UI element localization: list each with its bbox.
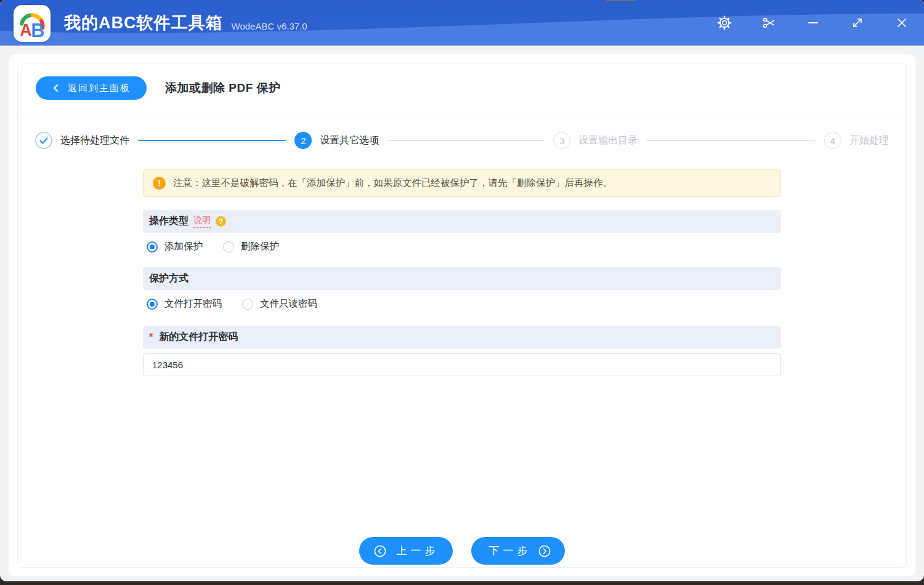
step-1-select-files: 选择待处理文件 [35, 132, 129, 149]
operation-type-options: 添加保护 删除保护 [143, 240, 781, 253]
step-4-start-processing: 4 开始处理 [824, 132, 889, 149]
step-number-badge: 4 [824, 132, 841, 149]
radio-circle-unchecked[interactable] [223, 241, 234, 252]
section-header-protection-method: 保护方式 [143, 267, 781, 290]
form-content: ! 注意：这里不是破解密码，在「添加保护」前，如果原文件已经被保护了，请先「删除… [143, 158, 781, 376]
chevron-left-icon [52, 84, 60, 92]
close-icon[interactable] [894, 15, 909, 30]
warning-alert: ! 注意：这里不是破解密码，在「添加保护」前，如果原文件已经被保护了，请先「删除… [143, 169, 781, 197]
step-done-check-icon [35, 132, 52, 149]
radio-label: 添加保护 [164, 240, 203, 253]
page-title: 添加或删除 PDF 保护 [165, 80, 281, 96]
titlebar: A B 我的ABC软件工具箱 WodeABC v6.37.0 [0, 0, 924, 46]
svg-text:A: A [20, 21, 32, 39]
step-number-badge: 3 [553, 132, 570, 149]
wizard-panel: 返回到主面板 添加或删除 PDF 保护 选择待处理文件 2 设置其它选项 [17, 63, 907, 568]
password-input[interactable] [143, 353, 781, 376]
step-connector-done [138, 140, 286, 141]
app-version: WodeABC v6.37.0 [232, 21, 307, 31]
warning-icon: ! [153, 177, 166, 190]
next-step-button[interactable]: 下一步 [471, 537, 565, 565]
circled-chevron-left-icon [373, 544, 387, 558]
help-link[interactable]: 说明 [193, 215, 211, 228]
protection-method-options: 文件打开密码 文件只读密码 [143, 297, 781, 310]
previous-step-label: 上一步 [393, 544, 439, 558]
window-controls [717, 15, 909, 30]
section-header-new-password: * 新的文件打开密码 [143, 326, 781, 349]
step-2-set-options: 2 设置其它选项 [294, 132, 379, 149]
scissors-icon[interactable] [761, 15, 776, 30]
step-label: 设置输出目录 [578, 134, 638, 147]
radio-circle-checked[interactable] [147, 241, 158, 252]
app-window: A B 我的ABC软件工具箱 WodeABC v6.37.0 [0, 0, 924, 581]
step-connector [646, 140, 816, 141]
radio-label: 删除保护 [241, 240, 279, 253]
radio-add-protection[interactable]: 添加保护 [147, 240, 203, 253]
step-indicator: 选择待处理文件 2 设置其它选项 3 设置输出目录 4 开始处理 [18, 123, 906, 158]
section-header-operation-type: 操作类型 说明 ? [143, 210, 781, 233]
app-title: 我的ABC软件工具箱 [64, 12, 223, 34]
settings-icon[interactable] [717, 15, 732, 30]
previous-step-button[interactable]: 上一步 [359, 537, 453, 565]
step-label: 开始处理 [849, 134, 889, 147]
app-logo: A B [14, 5, 51, 42]
panel-header: 返回到主面板 添加或删除 PDF 保护 [18, 63, 906, 113]
step-label: 设置其它选项 [320, 134, 379, 147]
radio-open-password[interactable]: 文件打开密码 [147, 297, 222, 310]
radio-circle-checked[interactable] [147, 299, 158, 310]
section-title: 新的文件打开密码 [159, 331, 238, 344]
svg-text:B: B [31, 20, 44, 40]
step-number-badge: 2 [294, 132, 312, 149]
radio-circle-unchecked[interactable] [242, 299, 253, 310]
maximize-icon[interactable] [850, 15, 865, 30]
radio-remove-protection[interactable]: 删除保护 [223, 240, 279, 253]
back-button-label: 返回到主面板 [68, 83, 131, 94]
main-card: 返回到主面板 添加或删除 PDF 保护 选择待处理文件 2 设置其它选项 [9, 54, 915, 576]
radio-label: 文件打开密码 [164, 297, 222, 310]
required-marker: * [149, 332, 153, 343]
next-step-label: 下一步 [485, 544, 532, 558]
abc-logo-icon: A B [15, 7, 49, 40]
minimize-icon[interactable] [806, 15, 821, 30]
help-question-icon[interactable]: ? [216, 216, 226, 227]
step-3-output-directory: 3 设置输出目录 [553, 132, 638, 149]
back-to-dashboard-button[interactable]: 返回到主面板 [36, 76, 147, 100]
radio-label: 文件只读密码 [260, 297, 317, 310]
warning-text: 注意：这里不是破解密码，在「添加保护」前，如果原文件已经被保护了，请先「删除保护… [173, 177, 612, 190]
circled-chevron-right-icon [538, 544, 551, 558]
wizard-footer: 上一步 下一步 [18, 537, 906, 565]
step-label: 选择待处理文件 [60, 134, 129, 147]
step-connector [387, 140, 545, 141]
radio-readonly-password[interactable]: 文件只读密码 [242, 297, 317, 310]
section-title: 保护方式 [149, 272, 188, 285]
section-title: 操作类型 [149, 215, 188, 228]
